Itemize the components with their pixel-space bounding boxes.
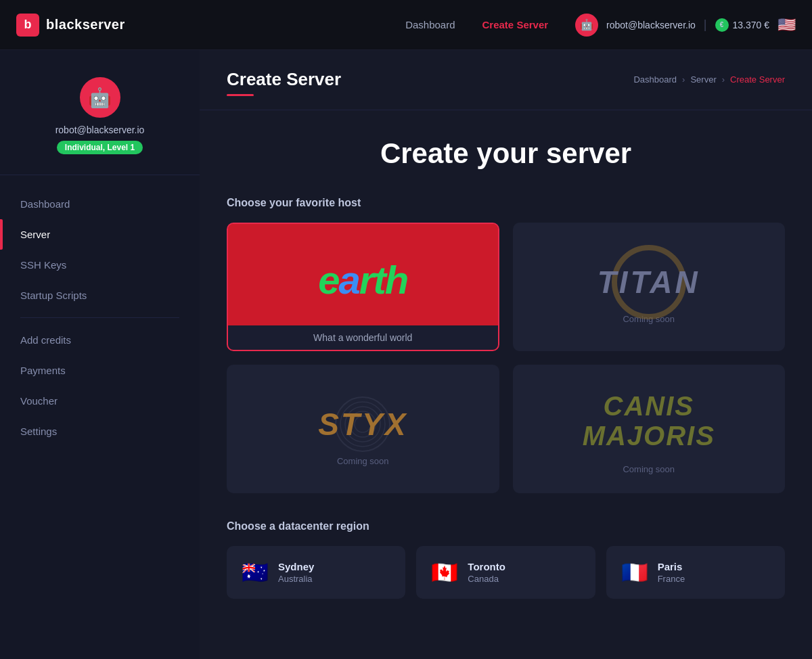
- sidebar-item-add-credits[interactable]: Add credits: [0, 325, 200, 355]
- credits-icon: €: [715, 18, 729, 32]
- sidebar-item-label: Settings: [20, 426, 57, 437]
- title-underline: [227, 94, 254, 96]
- datacenter-city-sydney: Sydney: [278, 561, 314, 572]
- host-card-canis-majoris[interactable]: CANISMAJORIS Coming soon: [513, 365, 786, 493]
- sidebar-item-label: Voucher: [20, 395, 58, 407]
- sidebar-item-label: Payments: [20, 365, 66, 376]
- datacenter-flag-ca: 🇨🇦: [431, 560, 458, 585]
- nav-create-server[interactable]: Create Server: [482, 19, 549, 30]
- breadcrumb-dashboard[interactable]: Dashboard: [633, 74, 677, 85]
- canis-coming-soon: Coming soon: [616, 457, 681, 481]
- sidebar-item-label: SSH Keys: [20, 259, 66, 271]
- nav-user: 🤖 robot@blackserver.io | € 13.370 € 🇺🇸: [575, 14, 796, 37]
- layout: 🤖 robot@blackserver.io Individual, Level…: [0, 50, 812, 659]
- canis-logo-text: CANISMAJORIS: [583, 391, 715, 451]
- earth-logo-area: earth: [228, 224, 498, 325]
- content-body: Create your server Choose your favorite …: [200, 110, 812, 626]
- topnav: b blackserver Dashboard Create Server 🤖 …: [0, 0, 812, 50]
- avatar: 🤖: [80, 77, 120, 118]
- sidebar-badge: Individual, Level 1: [57, 141, 143, 154]
- hosts-section-label: Choose your favorite host: [227, 197, 785, 209]
- earth-caption: What a wonderful world: [228, 325, 498, 350]
- hosts-section: Choose your favorite host earth What a w…: [227, 197, 785, 493]
- earth-logo-text: earth: [318, 257, 407, 302]
- host-card-earth-inner: earth What a wonderful world: [228, 224, 498, 350]
- nav-dashboard[interactable]: Dashboard: [405, 19, 455, 30]
- styx-logo-text: STYX: [318, 406, 407, 442]
- logo-icon: b: [16, 14, 39, 37]
- host-card-styx-inner: STYX Coming soon: [228, 386, 498, 473]
- datacenter-city-toronto: Toronto: [468, 561, 505, 572]
- datacenter-flag-au: 🇦🇺: [242, 560, 269, 585]
- nav-user-email: robot@blackserver.io: [606, 20, 696, 30]
- main-header: Create Server Dashboard › Server › Creat…: [200, 50, 812, 110]
- datacenter-info-toronto: Toronto Canada: [468, 561, 505, 584]
- titan-logo-text: TITAN: [597, 264, 700, 300]
- sidebar-item-label: Dashboard: [20, 198, 70, 210]
- logo-text: blackserver: [46, 17, 125, 32]
- nav-credits: € 13.370 €: [715, 18, 770, 32]
- breadcrumb: Dashboard › Server › Create Server: [633, 74, 785, 85]
- datacenter-info-sydney: Sydney Australia: [278, 561, 314, 584]
- datacenter-card-paris[interactable]: 🇫🇷 Paris France: [606, 546, 785, 599]
- titan-logo-area: TITAN: [584, 244, 714, 307]
- nav-links: Dashboard Create Server: [405, 19, 548, 30]
- datacenter-country-au: Australia: [278, 574, 314, 584]
- datacenter-flag-fr: 🇫🇷: [621, 560, 648, 585]
- canis-logo-area: CANISMAJORIS: [562, 378, 736, 457]
- sidebar-item-startup-scripts[interactable]: Startup Scripts: [0, 280, 200, 311]
- breadcrumb-current: Create Server: [730, 74, 785, 85]
- host-card-titan-inner: TITAN Coming soon: [514, 244, 784, 331]
- breadcrumb-sep-1: ›: [682, 74, 685, 85]
- datacenter-section: Choose a datacenter region 🇦🇺 Sydney Aus…: [227, 520, 785, 599]
- host-card-earth[interactable]: earth What a wonderful world: [227, 223, 499, 351]
- sidebar-item-label: Server: [20, 229, 50, 240]
- datacenter-info-paris: Paris France: [658, 561, 685, 584]
- sidebar-item-voucher[interactable]: Voucher: [0, 386, 200, 416]
- page-heading: Create your server: [227, 137, 785, 170]
- host-grid: earth What a wonderful world TITAN: [227, 223, 785, 493]
- main-content: Create Server Dashboard › Server › Creat…: [200, 50, 812, 659]
- sidebar-email: robot@blackserver.io: [55, 124, 145, 135]
- sidebar-profile: 🤖 robot@blackserver.io Individual, Level…: [0, 70, 200, 175]
- datacenter-grid: 🇦🇺 Sydney Australia 🇨🇦 Toronto Canada: [227, 546, 785, 599]
- sidebar-item-settings[interactable]: Settings: [0, 416, 200, 447]
- host-card-canis-inner: CANISMAJORIS Coming soon: [514, 378, 784, 481]
- styx-logo-area: STYX: [304, 386, 421, 449]
- host-card-titan[interactable]: TITAN Coming soon: [513, 223, 786, 351]
- datacenter-country-fr: France: [658, 574, 685, 584]
- datacenter-card-toronto[interactable]: 🇨🇦 Toronto Canada: [416, 546, 595, 599]
- sidebar: 🤖 robot@blackserver.io Individual, Level…: [0, 50, 200, 659]
- nav-avatar: 🤖: [575, 14, 598, 37]
- logo[interactable]: b blackserver: [16, 14, 125, 37]
- sidebar-item-ssh-keys[interactable]: SSH Keys: [0, 250, 200, 280]
- sidebar-item-label: Startup Scripts: [20, 290, 87, 301]
- sidebar-item-dashboard[interactable]: Dashboard: [0, 189, 200, 219]
- sidebar-item-server[interactable]: Server: [0, 219, 200, 250]
- breadcrumb-server[interactable]: Server: [690, 74, 716, 85]
- sidebar-nav: Dashboard Server SSH Keys Startup Script…: [0, 175, 200, 460]
- nav-divider: |: [704, 18, 707, 32]
- sidebar-divider: [20, 317, 179, 318]
- breadcrumb-sep-2: ›: [722, 74, 725, 85]
- datacenter-card-sydney[interactable]: 🇦🇺 Sydney Australia: [227, 546, 405, 599]
- datacenter-city-paris: Paris: [658, 561, 685, 572]
- sidebar-item-payments[interactable]: Payments: [0, 355, 200, 386]
- main-title-area: Create Server: [227, 69, 341, 96]
- sidebar-item-label: Add credits: [20, 334, 71, 346]
- page-title: Create Server: [227, 69, 341, 90]
- language-flag[interactable]: 🇺🇸: [777, 16, 796, 34]
- host-card-styx[interactable]: STYX Coming soon: [227, 365, 499, 493]
- datacenter-country-ca: Canada: [468, 574, 505, 584]
- datacenter-section-label: Choose a datacenter region: [227, 520, 785, 532]
- credits-amount: 13.370 €: [733, 20, 770, 30]
